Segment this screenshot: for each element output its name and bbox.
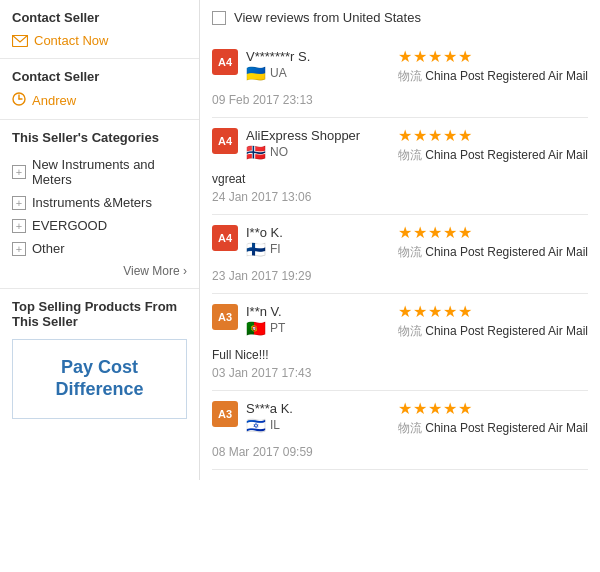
star: ★: [428, 225, 442, 241]
view-more-label: View More: [123, 264, 179, 278]
stars: ★★★★★: [398, 128, 588, 144]
star: ★: [458, 49, 472, 65]
top-selling-section: Top Selling Products From This Seller Pa…: [0, 289, 199, 429]
star: ★: [398, 49, 412, 65]
reviewer-info: I**o K. 🇫🇮 FI: [246, 225, 390, 256]
shipping-value: China Post Registered Air Mail: [425, 69, 588, 83]
review-date: 23 Jan 2017 19:29: [212, 269, 588, 283]
star: ★: [428, 401, 442, 417]
stars: ★★★★★: [398, 49, 588, 65]
category-label: EVERGOOD: [32, 218, 107, 233]
shipping-value: China Post Registered Air Mail: [425, 245, 588, 259]
product-card[interactable]: Pay Cost Difference: [12, 339, 187, 419]
category-label: Other: [32, 241, 65, 256]
chevron-right-icon: ›: [183, 264, 187, 278]
reviewer-name: I**n V.: [246, 304, 390, 319]
review-date: 08 Mar 2017 09:59: [212, 445, 588, 459]
star: ★: [413, 49, 427, 65]
stars: ★★★★★: [398, 304, 588, 320]
top-selling-title: Top Selling Products From This Seller: [12, 299, 187, 329]
review-right: ★★★★★ 物流 China Post Registered Air Mail: [398, 225, 588, 263]
category-item[interactable]: +EVERGOOD: [12, 214, 187, 237]
flag-country: 🇫🇮 FI: [246, 242, 390, 256]
reviewer-name: I**o K.: [246, 225, 390, 240]
star: ★: [458, 225, 472, 241]
reviewer-info: S***a K. 🇮🇱 IL: [246, 401, 390, 432]
avatar-badge: A4: [212, 49, 238, 75]
shipping-value: China Post Registered Air Mail: [425, 421, 588, 435]
review-right: ★★★★★ 物流 China Post Registered Air Mail: [398, 401, 588, 439]
country-code: FI: [270, 242, 281, 256]
star: ★: [428, 304, 442, 320]
reviewer-name: S***a K.: [246, 401, 390, 416]
contact-section-title: Contact Seller: [12, 10, 187, 25]
flag-country: 🇳🇴 NO: [246, 145, 390, 159]
avatar-badge: A4: [212, 128, 238, 154]
star: ★: [443, 225, 457, 241]
reviewer-info: V*******r S. 🇺🇦 UA: [246, 49, 390, 80]
view-reviews-row: View reviews from United States: [212, 10, 588, 25]
review-right: ★★★★★ 物流 China Post Registered Air Mail: [398, 49, 588, 87]
contact-seller-title: Contact Seller: [12, 69, 187, 84]
star: ★: [458, 128, 472, 144]
star: ★: [398, 225, 412, 241]
star: ★: [398, 401, 412, 417]
reviewer-info: I**n V. 🇵🇹 PT: [246, 304, 390, 335]
category-label: Instruments &Meters: [32, 195, 152, 210]
star: ★: [398, 128, 412, 144]
envelope-icon: [12, 35, 28, 47]
star: ★: [443, 401, 457, 417]
review-comment: vgreat: [212, 172, 588, 186]
flag-icon: 🇫🇮: [246, 242, 266, 256]
star: ★: [413, 225, 427, 241]
country-code: IL: [270, 418, 280, 432]
sidebar: Contact Seller Contact Now Contact Selle…: [0, 0, 200, 480]
category-item[interactable]: +New Instruments and Meters: [12, 153, 187, 191]
review-date: 24 Jan 2017 13:06: [212, 190, 588, 204]
product-card-text: Pay Cost Difference: [21, 357, 178, 400]
star: ★: [443, 49, 457, 65]
seller-name-row[interactable]: Andrew: [12, 92, 187, 109]
star: ★: [413, 304, 427, 320]
view-reviews-checkbox[interactable]: [212, 11, 226, 25]
category-item[interactable]: +Instruments &Meters: [12, 191, 187, 214]
review-header: A4 AliExpress Shopper 🇳🇴 NO ★★★★★ 物流 Chi…: [212, 128, 588, 166]
star: ★: [398, 304, 412, 320]
category-item[interactable]: +Other: [12, 237, 187, 260]
contact-seller-section: Contact Seller Andrew: [0, 59, 199, 120]
shipping-value: China Post Registered Air Mail: [425, 148, 588, 162]
shipping-label: 物流: [398, 245, 425, 259]
shipping-value: China Post Registered Air Mail: [425, 324, 588, 338]
flag-country: 🇵🇹 PT: [246, 321, 390, 335]
flag-icon: 🇮🇱: [246, 418, 266, 432]
flag-country: 🇮🇱 IL: [246, 418, 390, 432]
flag-icon: 🇺🇦: [246, 66, 266, 80]
review-item: A3 I**n V. 🇵🇹 PT ★★★★★ 物流 China Post Reg…: [212, 294, 588, 391]
view-more-button[interactable]: View More ›: [12, 260, 187, 278]
country-code: UA: [270, 66, 287, 80]
shipping-row: 物流 China Post Registered Air Mail: [398, 323, 588, 340]
shipping-label: 物流: [398, 324, 425, 338]
flag-icon: 🇵🇹: [246, 321, 266, 335]
review-right: ★★★★★ 物流 China Post Registered Air Mail: [398, 304, 588, 342]
clock-icon: [12, 92, 26, 109]
shipping-row: 物流 China Post Registered Air Mail: [398, 68, 588, 85]
star: ★: [428, 49, 442, 65]
review-header: A4 I**o K. 🇫🇮 FI ★★★★★ 物流 China Post Reg…: [212, 225, 588, 263]
reviewer-name: V*******r S.: [246, 49, 390, 64]
reviews-list: A4 V*******r S. 🇺🇦 UA ★★★★★ 物流 China Pos…: [212, 39, 588, 470]
avatar-badge: A3: [212, 304, 238, 330]
star: ★: [413, 128, 427, 144]
stars: ★★★★★: [398, 225, 588, 241]
shipping-row: 物流 China Post Registered Air Mail: [398, 420, 588, 437]
star: ★: [458, 401, 472, 417]
avatar-badge: A3: [212, 401, 238, 427]
review-item: A4 V*******r S. 🇺🇦 UA ★★★★★ 物流 China Pos…: [212, 39, 588, 118]
review-item: A4 AliExpress Shopper 🇳🇴 NO ★★★★★ 物流 Chi…: [212, 118, 588, 215]
review-header: A3 S***a K. 🇮🇱 IL ★★★★★ 物流 China Post Re…: [212, 401, 588, 439]
review-comment: Full Nice!!!: [212, 348, 588, 362]
review-item: A3 S***a K. 🇮🇱 IL ★★★★★ 物流 China Post Re…: [212, 391, 588, 470]
plus-icon: +: [12, 165, 26, 179]
contact-now-button[interactable]: Contact Now: [12, 33, 187, 48]
shipping-row: 物流 China Post Registered Air Mail: [398, 147, 588, 164]
